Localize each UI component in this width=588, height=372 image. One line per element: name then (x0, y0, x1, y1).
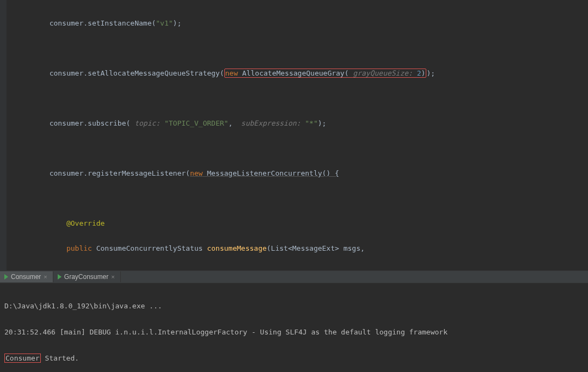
code-line (15, 142, 588, 154)
run-icon (58, 274, 62, 280)
code-line (15, 192, 588, 204)
tab-grayconsumer[interactable]: GrayConsumer × (53, 271, 121, 282)
code-line: @Override (15, 217, 588, 230)
close-icon[interactable]: × (111, 274, 114, 280)
tab-label: Consumer (11, 273, 41, 281)
code-line: consumer.setAllocateMessageQueueStrategy… (15, 67, 588, 79)
code-line (15, 42, 588, 54)
code-line: public ConsumeConcurrentlyStatus consume… (15, 242, 588, 255)
code-line (15, 92, 588, 104)
close-icon[interactable]: × (44, 274, 47, 280)
code-line: consumer.registerMessageListener(new Mes… (15, 167, 588, 179)
tab-label: GrayConsumer (64, 273, 108, 281)
console-output[interactable]: D:\Java\jdk1.8.0_192\bin\java.exe ... 20… (0, 283, 588, 372)
code-editor[interactable]: consumer.setInstanceName("v1"); consumer… (0, 0, 588, 270)
console-line: D:\Java\jdk1.8.0_192\bin\java.exe ... (4, 300, 584, 313)
code-line: consumer.subscribe( topic: "TOPIC_V_ORDE… (15, 117, 588, 129)
run-icon (4, 274, 8, 280)
run-tab-bar: Consumer × GrayConsumer × (0, 270, 588, 283)
code-line: consumer.setInstanceName("v1"); (15, 17, 588, 29)
console-line: 20:31:52.466 [main] DEBUG i.n.u.i.l.Inte… (4, 326, 584, 339)
tab-consumer[interactable]: Consumer × (0, 271, 53, 282)
console-line: Consumer Started. (4, 352, 584, 365)
